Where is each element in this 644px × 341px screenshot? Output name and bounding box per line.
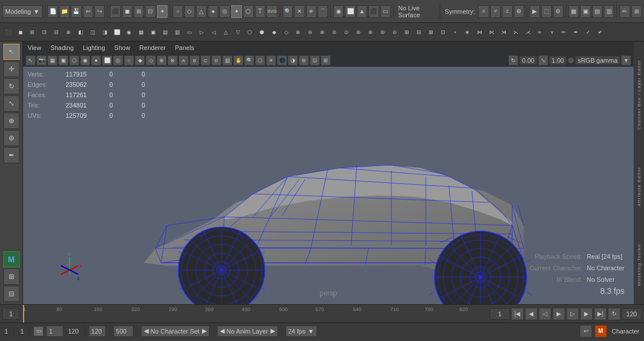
vp-a-icon[interactable]: A: [178, 55, 189, 66]
vp-d-icon[interactable]: D: [211, 55, 222, 66]
misc2-icon[interactable]: ⊞: [631, 5, 642, 18]
vp-xray-icon[interactable]: ◎: [113, 55, 123, 66]
shelf-18[interactable]: ◁: [208, 26, 219, 38]
shelf-45[interactable]: ⋍: [534, 26, 546, 38]
status-range-input[interactable]: [46, 325, 63, 337]
shelf-46[interactable]: ⋎: [546, 26, 558, 38]
shading-menu[interactable]: Shading: [51, 44, 74, 51]
layout1-icon[interactable]: ▦: [569, 5, 579, 18]
shelf-4[interactable]: ⊡: [39, 26, 50, 38]
render-settings-icon[interactable]: ⚙: [553, 5, 563, 18]
shelf-30[interactable]: ⊚: [353, 26, 364, 38]
snap-point-icon[interactable]: ✦: [157, 5, 167, 18]
triangle-icon[interactable]: △: [196, 5, 207, 18]
shelf-21[interactable]: ⬡: [244, 26, 256, 38]
prev-frame-btn[interactable]: ◀: [525, 308, 538, 320]
vp-fx-icon[interactable]: ⊗: [167, 55, 178, 66]
current-frame-input[interactable]: [2, 308, 20, 320]
vp-pan-icon[interactable]: ✋: [233, 55, 243, 66]
layout3-icon[interactable]: ▤: [592, 5, 603, 18]
vp-zoom2-icon[interactable]: 🔍: [244, 55, 254, 66]
timeline[interactable]: 1 80 150 220 290 360 430 500 570 640 710…: [0, 304, 644, 323]
misc1-icon[interactable]: ✏: [619, 5, 630, 18]
vp-c-icon[interactable]: C: [200, 55, 211, 66]
wireframe-icon[interactable]: ⬡: [243, 5, 253, 18]
select-component-icon[interactable]: ◼: [122, 5, 132, 18]
vp-shadow-icon[interactable]: 🌑: [277, 55, 287, 66]
shelf-22[interactable]: ⬢: [256, 26, 268, 38]
sphere2-icon[interactable]: ◉: [333, 5, 344, 18]
vp-wire-icon[interactable]: ⬡: [69, 55, 79, 66]
vp-show-joints-icon[interactable]: ◆: [135, 55, 145, 66]
prev-key-btn[interactable]: ◁: [539, 308, 551, 320]
shelf-13[interactable]: ▣: [147, 26, 159, 38]
vp-dof-icon[interactable]: ⊚: [299, 55, 309, 66]
vp-colorspace-dropdown[interactable]: sRGB gamma: [575, 56, 620, 65]
lighting-menu[interactable]: Lighting: [83, 44, 105, 51]
view-menu[interactable]: View: [28, 44, 41, 51]
viewport[interactable]: View Shading Lighting Show Renderer Pane…: [23, 41, 634, 304]
shelf-5[interactable]: ⊟: [51, 26, 62, 38]
shelf-49[interactable]: ✓: [582, 26, 594, 38]
vp-colorspace-expand-icon[interactable]: ▼: [621, 55, 631, 66]
play-btn[interactable]: ▶: [552, 308, 565, 320]
show-menu[interactable]: Show: [115, 44, 131, 51]
loop-btn[interactable]: ↻: [608, 308, 620, 320]
undo-icon[interactable]: ↩: [83, 5, 93, 18]
vp-hud-icon[interactable]: ⊡: [310, 55, 320, 66]
new-file-icon[interactable]: 📄: [47, 5, 58, 18]
next-frame-btn[interactable]: ▶: [580, 308, 593, 320]
layout2-icon[interactable]: ▣: [580, 5, 590, 18]
vp-grid-icon[interactable]: ▦: [47, 55, 58, 66]
shelf-26[interactable]: ⊖: [304, 26, 316, 38]
shelf-17[interactable]: ▷: [196, 26, 207, 38]
sym-y-icon[interactable]: Y: [490, 5, 501, 18]
plane-icon[interactable]: ▭: [380, 5, 391, 18]
shelf-29[interactable]: ⊙: [341, 26, 352, 38]
vp-grid2-icon[interactable]: ▥: [222, 55, 233, 66]
shelf-23[interactable]: ◆: [268, 26, 280, 38]
text-icon[interactable]: T: [255, 5, 265, 18]
shelf-16[interactable]: ▭: [184, 26, 195, 38]
sym-z-icon[interactable]: Z: [502, 5, 512, 18]
transform-icon[interactable]: ✕: [294, 5, 304, 18]
vp-wireframe2-icon[interactable]: ⬡: [255, 55, 265, 66]
status-range-end-input[interactable]: [89, 325, 106, 337]
shelf-20[interactable]: ▽: [232, 26, 243, 38]
shelf-6[interactable]: ⊕: [63, 26, 74, 38]
shelf-31[interactable]: ⊛: [365, 26, 376, 38]
shelf-19[interactable]: △: [220, 26, 231, 38]
renderer-menu[interactable]: Renderer: [139, 44, 166, 51]
rotate-tool[interactable]: ↻: [3, 78, 20, 94]
vp-scale-icon[interactable]: ⤡: [538, 55, 548, 66]
save-file-icon[interactable]: 💾: [71, 5, 81, 18]
snap-grid-icon[interactable]: ⊞: [134, 5, 144, 18]
redo-icon[interactable]: ↪: [94, 5, 105, 18]
shelf-43[interactable]: ⋋: [510, 26, 521, 38]
vp-rig-icon[interactable]: ◇: [146, 55, 156, 66]
render-icon[interactable]: ▶: [529, 5, 540, 18]
universal-tool[interactable]: ⊕: [3, 113, 20, 129]
shelf-12[interactable]: ▦: [135, 26, 147, 38]
shelf-38[interactable]: ⋆: [449, 26, 461, 38]
vp-isolate-icon[interactable]: ○: [124, 55, 134, 66]
go-end-btn[interactable]: ▶|: [594, 308, 607, 320]
scale-tool[interactable]: ⤡: [3, 95, 20, 112]
vp-lit-icon[interactable]: ◉: [80, 55, 90, 66]
deform-icon[interactable]: ⊕: [306, 5, 317, 18]
paint-skin-tool[interactable]: ✒: [3, 147, 20, 163]
shelf-7[interactable]: ◧: [75, 26, 86, 38]
soft-mod-tool[interactable]: ⊛: [3, 130, 20, 146]
panels-menu[interactable]: Panels: [175, 44, 195, 51]
attribute-editor-label[interactable]: Attribute Editor: [637, 167, 642, 206]
shelf-50[interactable]: ✔: [595, 26, 606, 38]
shelf-25[interactable]: ⊕: [292, 26, 304, 38]
shelf-37[interactable]: ⊡: [437, 26, 449, 38]
shelf-9[interactable]: ◨: [99, 26, 110, 38]
shelf-27[interactable]: ⊗: [317, 26, 328, 38]
vp-sim-icon[interactable]: ⊕: [157, 55, 167, 66]
shelf-41[interactable]: ⋉: [486, 26, 497, 38]
shelf-33[interactable]: ⊝: [389, 26, 401, 38]
zoom-icon[interactable]: 🔍: [283, 5, 293, 18]
go-start-btn[interactable]: |◀: [511, 308, 524, 320]
